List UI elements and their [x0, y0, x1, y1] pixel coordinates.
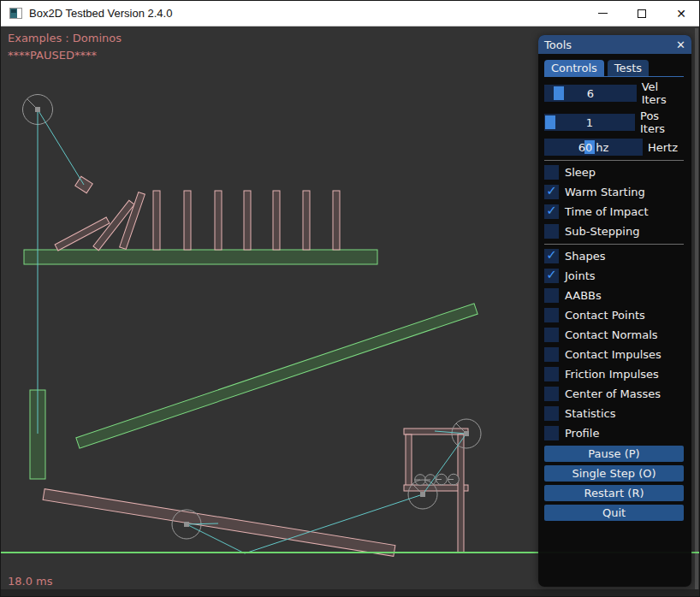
- check-icon: ✓: [546, 269, 557, 281]
- checkbox-label: Sleep: [565, 166, 596, 179]
- checkbox-box[interactable]: ✓: [544, 347, 559, 362]
- single-step-button[interactable]: Single Step (O): [544, 465, 684, 482]
- stand-right-post: [458, 434, 464, 553]
- pause-button[interactable]: Pause (P): [544, 446, 684, 462]
- domino-fallen: [120, 192, 145, 250]
- minimize-button[interactable]: [583, 1, 622, 26]
- tools-panel-title: Tools: [544, 38, 572, 51]
- checkbox-statistics[interactable]: ✓ Statistics: [544, 406, 684, 421]
- close-icon: ✕: [676, 8, 686, 20]
- checkbox-label: Joints: [565, 269, 596, 282]
- separator: [544, 244, 684, 245]
- checkbox-box[interactable]: ✓: [544, 406, 559, 421]
- checkbox-label: Contact Impulses: [565, 348, 661, 361]
- check-icon: ✓: [546, 185, 557, 198]
- frame-time-label: 18.0 ms: [8, 575, 53, 588]
- window-bottom-strip: [1, 589, 700, 597]
- joint-anchor: [420, 492, 425, 497]
- checkbox-aabbs[interactable]: ✓ AABBs: [544, 288, 684, 303]
- joint-anchor: [464, 431, 469, 436]
- tilted-plank: [43, 489, 395, 557]
- checkbox-box[interactable]: ✓: [544, 328, 559, 342]
- domino: [244, 191, 251, 250]
- slider-label: Pos Iters: [640, 109, 684, 135]
- checkbox-label: Time of Impact: [565, 205, 649, 218]
- window-controls: ✕: [583, 1, 700, 26]
- checkbox-box[interactable]: ✓: [544, 185, 559, 199]
- checkbox-label: Profile: [565, 427, 599, 440]
- checkbox-profile[interactable]: ✓ Profile: [544, 426, 684, 440]
- maximize-icon: [638, 9, 646, 18]
- checkbox-box[interactable]: ✓: [544, 367, 559, 381]
- checkbox-contact-normals[interactable]: ✓ Contact Normals: [544, 328, 684, 342]
- close-button[interactable]: ✕: [661, 1, 700, 26]
- check-icon: ✓: [546, 249, 557, 262]
- paused-label: ****PAUSED****: [8, 49, 97, 62]
- domino: [153, 191, 160, 250]
- domino: [333, 191, 340, 250]
- static-shelf: [24, 250, 377, 264]
- checkbox-box[interactable]: ✓: [544, 249, 559, 263]
- hertz-slider[interactable]: 60 hz: [544, 139, 643, 156]
- maximize-button[interactable]: [622, 1, 661, 26]
- checkbox-label: Shapes: [565, 250, 605, 263]
- restart-button[interactable]: Restart (R): [544, 485, 684, 501]
- checkbox-warm-starting[interactable]: ✓ Warm Starting: [544, 185, 684, 199]
- checkbox-joints[interactable]: ✓ Joints: [544, 269, 684, 283]
- tools-panel-titlebar[interactable]: Tools ✕: [538, 35, 691, 54]
- checkbox-label: Center of Masses: [565, 387, 661, 400]
- checkbox-box[interactable]: ✓: [544, 165, 559, 180]
- checkbox-label: AABBs: [565, 289, 602, 302]
- checkbox-box[interactable]: ✓: [544, 387, 559, 401]
- checkbox-shapes[interactable]: ✓ Shapes: [544, 249, 684, 263]
- domino: [184, 191, 191, 250]
- checkbox-label: Statistics: [565, 407, 615, 420]
- checkbox-box[interactable]: ✓: [544, 224, 559, 239]
- example-label: Examples : Dominos: [8, 32, 122, 44]
- slider-value: 60 hz: [544, 139, 643, 156]
- joint-anchor: [184, 522, 189, 527]
- slider-row: 60 hz Hertz: [544, 139, 684, 156]
- checkbox-contact-points[interactable]: ✓ Contact Points: [544, 308, 684, 322]
- checkbox-box[interactable]: ✓: [544, 288, 559, 303]
- slider-value: 1: [544, 114, 635, 131]
- slider-value: 6: [544, 85, 637, 102]
- checkbox-label: Sub-Stepping: [565, 225, 639, 238]
- app-icon: [9, 8, 22, 19]
- tools-panel-body: Controls Tests 6 Vel Iters 1 Pos Iters 6…: [538, 54, 691, 587]
- tab-tests[interactable]: Tests: [608, 60, 649, 76]
- checkbox-center-of-masses[interactable]: ✓ Center of Masses: [544, 387, 684, 401]
- checkbox-box[interactable]: ✓: [544, 426, 559, 440]
- checkbox-box[interactable]: ✓: [544, 204, 559, 219]
- checkbox-friction-impulses[interactable]: ✓ Friction Impulses: [544, 367, 684, 381]
- panel-close-button[interactable]: ✕: [676, 39, 685, 50]
- checkbox-time-of-impact[interactable]: ✓ Time of Impact: [544, 204, 684, 219]
- checkbox-contact-impulses[interactable]: ✓ Contact Impulses: [544, 347, 684, 362]
- checkbox-box[interactable]: ✓: [544, 269, 559, 283]
- domino: [273, 191, 280, 250]
- checkbox-label: Friction Impulses: [565, 368, 659, 381]
- pos-iters-slider[interactable]: 1: [544, 114, 635, 131]
- window-title: Box2D Testbed Version 2.4.0: [29, 7, 172, 20]
- separator: [544, 160, 684, 161]
- quit-button[interactable]: Quit: [544, 505, 684, 521]
- joint-anchor: [35, 107, 40, 112]
- checkbox-box[interactable]: ✓: [544, 308, 559, 322]
- tab-bar: Controls Tests: [544, 60, 684, 77]
- slider-label: Hertz: [648, 141, 678, 154]
- window-titlebar[interactable]: Box2D Testbed Version 2.4.0 ✕: [1, 1, 700, 27]
- checkbox-sub-stepping[interactable]: ✓ Sub-Stepping: [544, 224, 684, 239]
- slider-row: 1 Pos Iters: [544, 109, 684, 135]
- checkbox-label: Contact Normals: [565, 328, 658, 341]
- domino: [215, 191, 222, 250]
- tab-controls[interactable]: Controls: [544, 60, 604, 76]
- checkbox-sleep[interactable]: ✓ Sleep: [544, 165, 684, 180]
- check-icon: ✓: [546, 204, 557, 217]
- tools-panel: Tools ✕ Controls Tests 6 Vel Iters 1 Pos…: [538, 35, 691, 587]
- minimize-icon: [598, 13, 608, 14]
- checkbox-label: Contact Points: [565, 309, 645, 322]
- vel-iters-slider[interactable]: 6: [544, 85, 637, 102]
- stand-left-post: [406, 434, 412, 486]
- slider-row: 6 Vel Iters: [544, 80, 684, 106]
- static-diagonal-plank: [76, 304, 478, 448]
